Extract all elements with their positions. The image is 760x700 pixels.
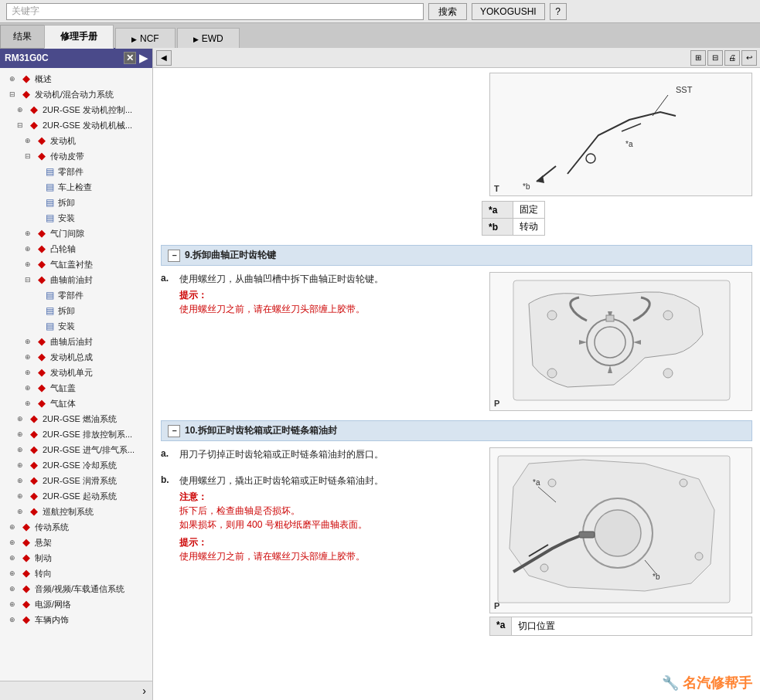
sidebar-item-rear-seal[interactable]: ⊕ ◆ 曲轴后油封 (0, 334, 152, 349)
sidebar-item-start[interactable]: ⊕ ◆ 2UR-GSE 起动系统 (0, 488, 152, 504)
sidebar-expand-button[interactable]: ▶ (139, 52, 148, 64)
search-button[interactable]: 搜索 (428, 3, 467, 20)
toolbar-btn-4[interactable]: ↩ (741, 50, 757, 66)
sidebar-item-drive-belt[interactable]: ⊟ ◆ 传动皮带 (0, 148, 152, 164)
folder-icon-total: ◆ (36, 352, 48, 362)
sidebar-item-transmission[interactable]: ⊕ ◆ 传动系统 (0, 519, 152, 535)
sidebar-label-mech: 2UR-GSE 发动机机械... (43, 118, 132, 132)
search-input[interactable] (43, 6, 418, 17)
svg-rect-9 (606, 315, 614, 321)
yokogushi-button[interactable]: YOKOGUSHI (472, 3, 545, 20)
sidebar-item-2ur-mech[interactable]: ⊟ ◆ 2UR-GSE 发动机机械... (0, 117, 152, 133)
sidebar-item-valve[interactable]: ⊕ ◆ 气门间隙 (0, 226, 152, 241)
section10-step-b: b. 使用螺丝刀，撬出正时齿轮箱或正时链条箱油封。 注意： 拆下后，检查曲轴是否… (161, 474, 483, 563)
sidebar-item-install[interactable]: ▤ 安装 (0, 210, 152, 226)
svg-point-25 (540, 564, 548, 572)
tab-ncf[interactable]: NCF (115, 28, 176, 49)
svg-point-12 (547, 369, 557, 378)
sidebar-item-engine-hybrid[interactable]: ⊟ ◆ 发动机/混合动力系统 (0, 87, 152, 102)
sidebar-item-power[interactable]: ⊕ ◆ 电源/网络 (0, 596, 152, 612)
search-box: 关键字 (6, 3, 424, 20)
sidebar-close-button[interactable]: ✕ (124, 52, 136, 64)
folder-icon-trans: ◆ (20, 522, 32, 532)
sidebar-item-emission[interactable]: ⊕ ◆ 2UR-GSE 排放控制系... (0, 426, 152, 442)
spacer-remove2 (32, 304, 43, 318)
sidebar-item-lube[interactable]: ⊕ ◆ 2UR-GSE 润滑系统 (0, 473, 152, 488)
table-value-a: 切口位置 (512, 617, 561, 635)
sidebar-label-susp: 悬架 (35, 535, 52, 549)
sidebar-item-install2[interactable]: ▤ 安装 (0, 318, 152, 334)
help-button[interactable]: ? (550, 3, 567, 20)
sst-diagram-label: T (494, 184, 499, 193)
sidebar-label-gaishutsu: 概述 (35, 72, 52, 86)
folder-icon-cruise: ◆ (28, 506, 40, 517)
tab-results[interactable]: 结果 (0, 25, 44, 49)
folder-icon-rear: ◆ (36, 336, 48, 347)
section10-step-a: a. 用刀子切掉正时齿轮箱或正时链条箱油封的唇口。 (161, 447, 483, 464)
section10-collapse-btn[interactable]: － (168, 425, 180, 437)
sidebar-item-parts[interactable]: ▤ 零部件 (0, 164, 152, 179)
section9-collapse-btn[interactable]: － (168, 250, 180, 262)
plus-icon-start: ⊕ (17, 489, 28, 503)
plus-icon-lube: ⊕ (17, 474, 28, 488)
sidebar-item-on-vehicle[interactable]: ▤ 车上检查 (0, 179, 152, 195)
sidebar-item-fuel[interactable]: ⊕ ◆ 2UR-GSE 燃油系统 (0, 411, 152, 426)
svg-point-11 (663, 311, 673, 320)
sidebar-nav-right[interactable]: › (138, 683, 151, 698)
sidebar-item-cruise[interactable]: ⊕ ◆ 巡航控制系统 (0, 504, 152, 519)
sidebar-item-engine[interactable]: ⊕ ◆ 发动机 (0, 133, 152, 148)
sidebar-label-unit: 发动机单元 (50, 365, 93, 379)
plus-icon-fuel: ⊕ (17, 412, 28, 426)
sidebar-item-cylinder-body[interactable]: ⊕ ◆ 气缸体 (0, 396, 152, 411)
doc-icon-parts2: ▤ (43, 290, 56, 301)
toolbar-btn-1[interactable]: ⊞ (690, 50, 706, 66)
sidebar-item-parts2[interactable]: ▤ 零部件 (0, 287, 152, 303)
plus-icon: ⊕ (9, 72, 20, 86)
sidebar-item-intake[interactable]: ⊕ ◆ 2UR-GSE 进气/排气系... (0, 442, 152, 457)
sidebar-item-suspension[interactable]: ⊕ ◆ 悬架 (0, 535, 152, 550)
svg-point-22 (548, 479, 556, 487)
plus-icon-intake: ⊕ (17, 443, 28, 457)
doc-icon-install2: ▤ (43, 321, 56, 331)
section10-hint-text: 使用螺丝刀之前，请在螺丝刀头部缠上胶带。 (179, 551, 365, 562)
sidebar-label-steer: 转向 (35, 566, 52, 580)
folder-icon-gasket: ◆ (36, 259, 48, 270)
sidebar-item-steering[interactable]: ⊕ ◆ 转向 (0, 566, 152, 581)
sidebar-item-av[interactable]: ⊕ ◆ 音频/视频/车载通信系统 (0, 581, 152, 596)
label-table-prev: *a 固定 *b 转动 (482, 201, 545, 236)
sidebar-label-belt: 传动皮带 (50, 149, 84, 163)
doc-icon-remove: ▤ (43, 197, 56, 208)
sidebar-label-av: 音频/视频/车载通信系统 (35, 582, 124, 596)
sidebar-item-cylinder-head[interactable]: ⊕ ◆ 气缸盖 (0, 380, 152, 396)
sidebar-item-brake[interactable]: ⊕ ◆ 制动 (0, 550, 152, 566)
label-b-value: 转动 (513, 219, 545, 236)
sidebar-item-engine-unit[interactable]: ⊕ ◆ 发动机单元 (0, 365, 152, 380)
plus-icon-susp: ⊕ (9, 535, 20, 549)
tab-ewd[interactable]: EWD (177, 28, 240, 49)
sidebar-item-interior[interactable]: ⊕ ◆ 车辆内饰 (0, 612, 152, 627)
sidebar-header: RM31G0C ✕ ▶ (0, 48, 152, 68)
sidebar-item-camshaft[interactable]: ⊕ ◆ 凸轮轴 (0, 241, 152, 257)
sidebar-label-engine: 发动机 (50, 134, 76, 148)
tab-manual[interactable]: 修理手册 (44, 25, 114, 49)
plus-icon-unit: ⊕ (25, 365, 36, 379)
spacer-remove (32, 195, 43, 209)
sidebar-item-gaishutsu[interactable]: ⊕ ◆ 概述 (0, 71, 152, 87)
toolbar-btn-3[interactable]: 🖨 (724, 50, 740, 66)
sidebar-item-valve-gasket[interactable]: ⊕ ◆ 气缸盖衬垫 (0, 257, 152, 272)
sidebar-item-2ur-ctrl[interactable]: ⊕ ◆ 2UR-GSE 发动机控制... (0, 102, 152, 117)
sidebar-item-engine-total[interactable]: ⊕ ◆ 发动机总成 (0, 349, 152, 365)
toolbar-btn-2[interactable]: ⊟ (707, 50, 723, 66)
table-key-a: *a (490, 617, 512, 635)
section10-two-col: a. 用刀子切掉正时齿轮箱或正时链条箱油封的唇口。 b. 使用螺丝刀，撬出正时齿… (161, 447, 752, 639)
section9-diagram-label: P (494, 399, 499, 408)
section10-diagram-col: *a *b (489, 447, 752, 639)
plus-icon-total: ⊕ (25, 350, 36, 364)
sidebar-item-front-seal[interactable]: ⊟ ◆ 曲轴前油封 (0, 272, 152, 287)
section10-hint: 提示： 使用螺丝刀之前，请在螺丝刀头部缠上胶带。 (179, 536, 483, 563)
sidebar-item-remove2[interactable]: ▤ 拆卸 (0, 303, 152, 318)
toolbar-btn-back[interactable]: ◀ (156, 50, 172, 66)
sidebar-item-cooling[interactable]: ⊕ ◆ 2UR-GSE 冷却系统 (0, 457, 152, 473)
sidebar-item-remove[interactable]: ▤ 拆卸 (0, 195, 152, 210)
svg-point-16 (595, 510, 641, 556)
